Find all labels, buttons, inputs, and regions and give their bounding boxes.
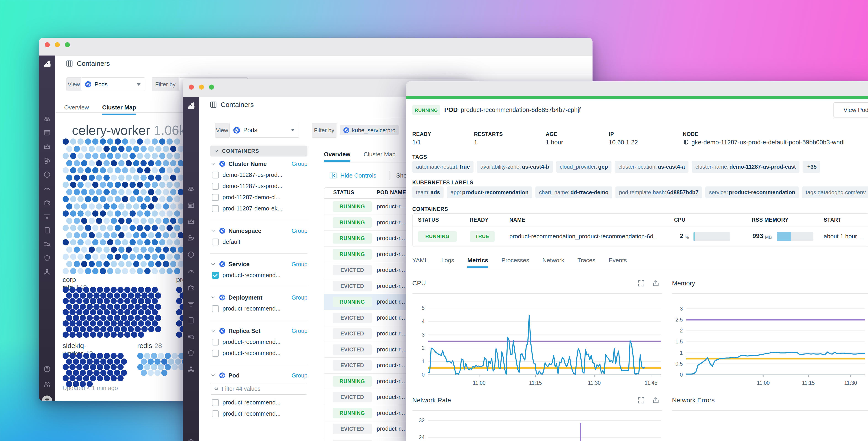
- pod-dot[interactable]: [111, 175, 117, 181]
- pod-dot[interactable]: [141, 218, 147, 224]
- pod-dot[interactable]: [89, 246, 95, 253]
- pod-dot[interactable]: [63, 139, 69, 145]
- pod-dot[interactable]: [97, 309, 103, 315]
- memory-chart[interactable]: 00.511.522.5311:0011:1511:30: [671, 297, 868, 388]
- pod-dot[interactable]: [144, 210, 151, 216]
- pod-dot[interactable]: [74, 160, 80, 166]
- tag-pill[interactable]: app:product-recommendation: [447, 186, 532, 198]
- col-ready[interactable]: READY: [470, 217, 489, 223]
- pod-dot[interactable]: [70, 182, 76, 188]
- pod-dot[interactable]: [74, 218, 80, 224]
- pod-dot[interactable]: [78, 210, 84, 216]
- pod-dot[interactable]: [166, 239, 173, 245]
- pod-dot[interactable]: [144, 353, 150, 359]
- pod-dot[interactable]: [63, 196, 69, 202]
- pod-dot[interactable]: [74, 232, 80, 238]
- pod-dot[interactable]: [69, 375, 75, 381]
- security-icon[interactable]: [187, 349, 195, 357]
- pod-dot[interactable]: [141, 146, 147, 152]
- pod-dot[interactable]: [158, 364, 164, 370]
- pod-dot[interactable]: [63, 287, 69, 293]
- pod-dot[interactable]: [131, 287, 137, 293]
- pod-dot[interactable]: [148, 160, 154, 166]
- pod-dot[interactable]: [73, 304, 79, 310]
- containers-table-row[interactable]: RUNNING TRUE product-recommendation_prod…: [412, 227, 868, 246]
- filter-tag[interactable]: kube_service:pro: [340, 125, 399, 135]
- pod-dot[interactable]: [111, 160, 117, 166]
- pod-dot[interactable]: [107, 358, 113, 365]
- pod-dot[interactable]: [63, 167, 69, 173]
- pod-dot[interactable]: [126, 160, 132, 166]
- group-section-header[interactable]: Replica SetGroup: [210, 325, 307, 336]
- pod-dot[interactable]: [163, 261, 169, 267]
- group-link[interactable]: Group: [292, 372, 307, 379]
- pod-dot[interactable]: [133, 146, 140, 152]
- pod-dot[interactable]: [117, 298, 124, 304]
- pod-dot[interactable]: [159, 182, 165, 188]
- pod-dot[interactable]: [142, 304, 148, 310]
- pod-dot[interactable]: [154, 370, 161, 376]
- pod-dot[interactable]: [100, 254, 106, 260]
- pod-dot[interactable]: [66, 232, 72, 238]
- datadog-logo-icon[interactable]: [42, 59, 52, 69]
- pod-dot[interactable]: [63, 364, 69, 370]
- pod-dot[interactable]: [78, 254, 84, 260]
- pod-dot[interactable]: [133, 261, 140, 267]
- pod-dot[interactable]: [85, 239, 91, 245]
- column-header-pod-name[interactable]: POD NAME: [377, 189, 406, 196]
- pod-dot[interactable]: [114, 358, 120, 365]
- pod-dot[interactable]: [138, 298, 144, 304]
- pod-dot[interactable]: [134, 326, 141, 332]
- tag-pill[interactable]: availability-zone:us-east4-b: [477, 161, 553, 173]
- checkbox[interactable]: [212, 172, 219, 178]
- pod-dot[interactable]: [78, 268, 84, 274]
- pod-dot[interactable]: [63, 153, 69, 159]
- pod-dot[interactable]: [73, 326, 79, 332]
- pod-dot[interactable]: [66, 370, 72, 376]
- pod-dot[interactable]: [122, 210, 128, 216]
- pod-dot[interactable]: [129, 225, 136, 231]
- pod-dot[interactable]: [66, 203, 72, 209]
- group-section-header[interactable]: NamespaceGroup: [210, 225, 307, 236]
- pod-dot[interactable]: [85, 167, 91, 173]
- tab-yaml[interactable]: YAML: [412, 257, 428, 268]
- pod-dot[interactable]: [166, 254, 173, 260]
- checkbox[interactable]: [212, 183, 219, 190]
- pod-dot[interactable]: [90, 309, 96, 315]
- pod-dot[interactable]: [128, 315, 134, 321]
- pod-dot[interactable]: [100, 268, 106, 274]
- pod-dot[interactable]: [161, 358, 167, 365]
- pod-dot[interactable]: [155, 304, 161, 310]
- pod-dot[interactable]: [138, 287, 144, 293]
- pod-dot[interactable]: [100, 239, 106, 245]
- pod-dot[interactable]: [152, 196, 158, 202]
- tag-pill[interactable]: automatic-restart:true: [412, 161, 473, 173]
- pod-dot[interactable]: [166, 225, 173, 231]
- pod-dot[interactable]: [141, 189, 147, 195]
- pod-dot[interactable]: [141, 232, 147, 238]
- pod-dot[interactable]: [111, 232, 117, 238]
- pod-dot[interactable]: [74, 146, 80, 152]
- pod-dot[interactable]: [118, 203, 124, 209]
- pod-dot[interactable]: [89, 160, 95, 166]
- col-name[interactable]: NAME: [509, 217, 525, 223]
- tab-traces[interactable]: Traces: [578, 257, 595, 268]
- minimize-button[interactable]: [199, 85, 204, 90]
- pod-dot[interactable]: [133, 175, 140, 181]
- pod-dot[interactable]: [170, 189, 176, 195]
- pod-dot[interactable]: [163, 232, 169, 238]
- pod-dot[interactable]: [87, 326, 93, 332]
- pod-dot[interactable]: [121, 315, 127, 321]
- pod-dot[interactable]: [137, 153, 143, 159]
- pod-dot[interactable]: [166, 153, 173, 159]
- pod-dot[interactable]: [83, 309, 89, 315]
- expand-icon[interactable]: [637, 396, 645, 405]
- pod-dot[interactable]: [111, 203, 117, 209]
- pod-dot[interactable]: [90, 331, 96, 338]
- pod-dot[interactable]: [122, 196, 128, 202]
- pod-dot[interactable]: [115, 268, 121, 274]
- list-item[interactable]: demo-11287-us-prod...: [212, 180, 307, 192]
- monitors-icon[interactable]: [43, 171, 51, 178]
- pod-dot[interactable]: [66, 175, 72, 181]
- pod-dot[interactable]: [87, 292, 93, 299]
